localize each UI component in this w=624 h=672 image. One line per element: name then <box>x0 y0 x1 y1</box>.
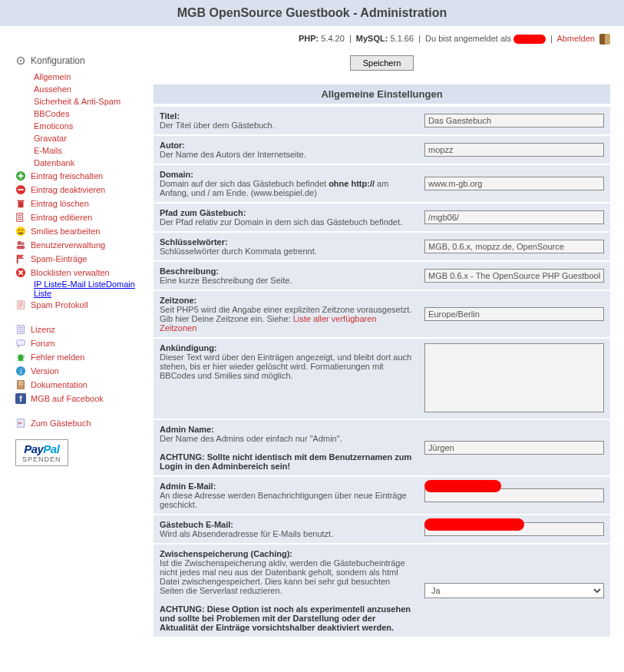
sidebar-lizenz[interactable]: Lizenz <box>15 323 154 336</box>
sidebar-config-bbcodes[interactable]: BBCodes <box>34 108 154 120</box>
logout-icon <box>599 34 610 45</box>
doc-icon <box>15 324 26 335</box>
cache-select[interactable]: Ja <box>424 583 604 598</box>
sidebar-back-to-guestbook[interactable]: Zum Gästebuch <box>15 416 154 430</box>
sidebar-config-head: Konfiguration <box>15 55 154 66</box>
smile-icon <box>15 226 26 237</box>
section-title: Allgemeine Einstellungen <box>154 84 610 104</box>
flag-icon <box>15 253 26 264</box>
fb-icon <box>15 393 26 404</box>
sidebar-config-aussehen[interactable]: Aussehen <box>34 83 154 95</box>
minus-red-icon <box>15 184 26 195</box>
status-bar: PHP: 5.4.20 | MySQL: 5.1.66 | Du bist an… <box>0 26 624 55</box>
logout-link[interactable]: Abmelden <box>556 34 595 43</box>
beschreibung-input[interactable] <box>424 269 604 283</box>
gb-email-redacted <box>424 518 524 531</box>
ankuendigung-textarea[interactable] <box>424 343 604 412</box>
sidebar-blocklist-e-mail-liste[interactable]: E-Mail Liste <box>62 280 106 289</box>
admin-name-input[interactable] <box>424 441 604 455</box>
sidebar-eintrag-freischalten[interactable]: Eintrag freischalten <box>15 169 154 183</box>
save-button[interactable]: Speichern <box>350 55 414 71</box>
page-title: MGB OpenSource Guestbook - Administratio… <box>0 6 624 20</box>
log-icon <box>15 300 26 310</box>
plus-green-icon <box>15 170 26 181</box>
sidebar-config-sicherheit-anti-spam[interactable]: Sicherheit & Anti-Spam <box>34 95 154 108</box>
admin-email-redacted <box>424 480 501 492</box>
keywords-input[interactable] <box>424 240 604 253</box>
sidebar-config-allgemein[interactable]: Allgemein <box>34 71 154 83</box>
sidebar-blocklist-ip-liste[interactable]: IP Liste <box>34 280 62 289</box>
sidebar-spam-eintr-ge[interactable]: Spam-Einträge <box>15 252 154 266</box>
sidebar-mgb-auf-facebook[interactable]: MGB auf Facebook <box>15 392 154 406</box>
sidebar-forum[interactable]: Forum <box>15 336 154 350</box>
x-red-icon <box>15 267 26 278</box>
edit-icon <box>15 212 26 223</box>
sidebar-config-e-mails[interactable]: E-Mails <box>34 144 154 157</box>
sidebar-eintrag-editieren[interactable]: Eintrag editieren <box>15 210 154 224</box>
sidebar-eintrag-deaktivieren[interactable]: Eintrag deaktivieren <box>15 183 154 197</box>
username-redacted <box>513 35 546 44</box>
forum-icon <box>15 338 26 349</box>
sidebar-smilies-bearbeiten[interactable]: Smilies bearbeiten <box>15 224 154 238</box>
sidebar-config-emoticons[interactable]: Emoticons <box>34 120 154 132</box>
sidebar-benutzerverwaltung[interactable]: Benutzerverwaltung <box>15 238 154 252</box>
bug-icon <box>15 352 26 362</box>
domain-input[interactable] <box>424 177 604 190</box>
sidebar-fehler-melden[interactable]: Fehler melden <box>15 350 154 364</box>
book-icon <box>15 379 26 390</box>
gear-icon <box>15 55 26 66</box>
trash-icon <box>15 198 26 209</box>
titel-input[interactable] <box>424 114 604 127</box>
autor-input[interactable] <box>424 143 604 157</box>
sidebar-spam-protokoll[interactable]: Spam Protokoll <box>15 298 154 312</box>
pfad-input[interactable] <box>424 210 604 224</box>
page-header: MGB OpenSource Guestbook - Administratio… <box>0 0 624 26</box>
info-icon <box>15 366 26 376</box>
sidebar-config-datenbank[interactable]: Datenbank <box>34 157 154 169</box>
paypal-donate-button[interactable]: PayPal SPENDEN <box>15 439 68 466</box>
sidebar-dokumentation[interactable]: Dokumentation <box>15 378 154 392</box>
sidebar: Konfiguration AllgemeinAussehenSicherhei… <box>0 55 154 638</box>
users-icon <box>15 240 26 250</box>
sidebar-config-gravatar[interactable]: Gravatar <box>34 132 154 144</box>
sidebar-eintrag-l-schen[interactable]: Eintrag löschen <box>15 197 154 210</box>
sidebar-version[interactable]: Version <box>15 364 154 378</box>
sidebar-blocklisten-verwalten[interactable]: Blocklisten verwalten <box>15 266 154 280</box>
back-icon <box>15 418 26 429</box>
zeitzone-input[interactable] <box>424 307 604 321</box>
